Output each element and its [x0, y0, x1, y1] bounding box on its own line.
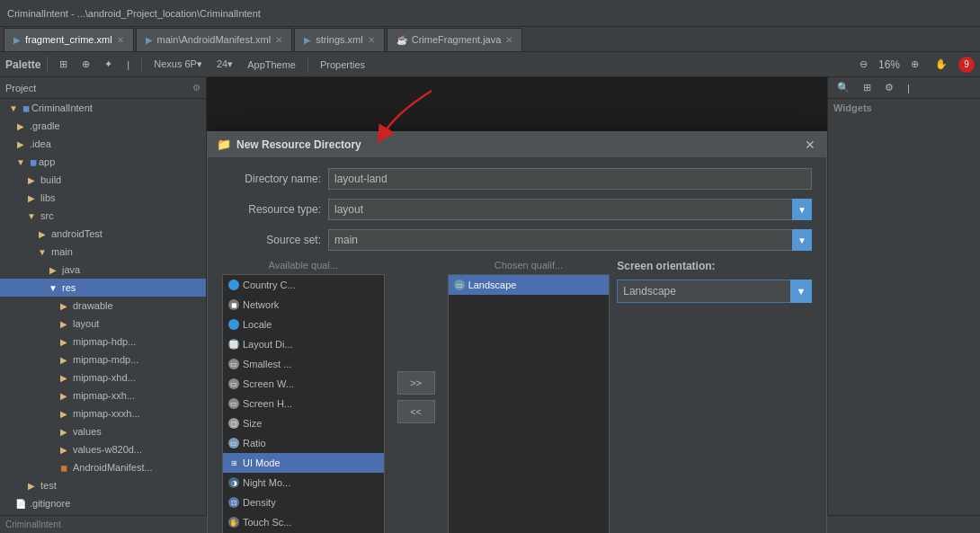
qual-item-ui-mode[interactable]: ⊞ UI Mode [223, 453, 384, 473]
qual-label: Screen H... [243, 398, 292, 409]
screen-orientation-label: Screen orientation: [617, 260, 812, 272]
qual-item-density[interactable]: ⊡ Density [223, 493, 384, 512]
zoom-in-btn[interactable]: ⊕ [905, 55, 924, 75]
tab-crimefragment[interactable]: ☕ CrimeFragment.java ✕ [387, 28, 523, 51]
folder-icon: ▶ [58, 371, 70, 384]
device-selector[interactable]: Nexus 6P▾ [148, 55, 208, 75]
tree-item-mipmap-xxh[interactable]: ▶ mipmap-xxh... [0, 386, 206, 404]
palette-gear-btn[interactable]: ⚙ [879, 78, 899, 98]
folder-icon: ▼ [14, 155, 27, 168]
tree-item-mipmap-mdp[interactable]: ▶ mipmap-mdp... [0, 351, 206, 369]
dialog-close-button[interactable]: ✕ [803, 138, 817, 152]
zoom-out-btn[interactable]: ⊖ [854, 55, 873, 75]
theme-selector[interactable]: AppTheme [242, 55, 301, 75]
source-set-select[interactable]: main test [328, 229, 812, 251]
tree-item-layout[interactable]: ▶ layout [0, 315, 206, 333]
tree-item-java[interactable]: ▶ java [0, 261, 206, 279]
dialog-overlay: 📁 New Resource Directory ✕ Directory nam… [207, 77, 827, 533]
tab-close-icon[interactable]: ✕ [368, 35, 375, 45]
module-icon: ◼ [30, 157, 37, 167]
api-selector[interactable]: 24▾ [211, 55, 238, 75]
directory-name-label: Directory name: [222, 173, 321, 185]
tab-close-icon[interactable]: ✕ [117, 35, 124, 45]
toolbar-icon-btn-1[interactable]: ⊞ [54, 55, 73, 75]
tree-item-drawable[interactable]: ▶ drawable [0, 297, 206, 315]
qual-item-night-mode[interactable]: ◑ Night Mo... [223, 473, 384, 493]
properties-btn[interactable]: Properties [315, 55, 370, 75]
screen-orientation-select[interactable]: Landscape Portrait [617, 280, 812, 303]
tree-item-values[interactable]: ▶ values [0, 422, 206, 440]
palette-toolbar: 🔍 ⊞ ⚙ | [828, 77, 980, 99]
dialog-title-text: New Resource Directory [236, 138, 361, 151]
tree-item-gradle[interactable]: ▶ .gradle [0, 117, 206, 135]
dialog-title-area: 📁 New Resource Directory [217, 138, 361, 151]
qual-item-ratio[interactable]: ▭ Ratio [223, 433, 384, 453]
toolbar-icon-btn-4[interactable]: | [121, 55, 135, 75]
tree-label: CriminalIntent [31, 102, 93, 113]
qual-item-touch[interactable]: ✋ Touch Sc... [223, 512, 384, 532]
directory-name-input[interactable] [328, 168, 812, 190]
folder-icon: ▼ [36, 245, 49, 258]
tree-item-src[interactable]: ▼ src [0, 207, 206, 225]
tree-item-main[interactable]: ▼ main [0, 243, 206, 261]
resource-type-select[interactable]: layout drawable values [328, 199, 812, 220]
panel-title: Project [5, 83, 36, 93]
toolbar-icon-btn-3[interactable]: ✦ [99, 55, 118, 75]
tab-strings[interactable]: ▶ strings.xml ✕ [294, 28, 385, 51]
qual-label: Layout Di... [243, 339, 293, 350]
qual-item-layout-dir[interactable]: ⬜ Layout Di... [223, 334, 384, 354]
chosen-qualifiers-header: Chosen qualif... [448, 260, 610, 271]
tree-item-mipmap-xhd[interactable]: ▶ mipmap-xhd... [0, 369, 206, 386]
tab-manifest[interactable]: ▶ main\AndroidManifest.xml ✕ [136, 28, 293, 51]
panel-settings-icon[interactable]: ⚙ [192, 83, 200, 93]
qual-item-size[interactable]: ◻ Size [223, 413, 384, 433]
tree-item-idea[interactable]: ▶ .idea [0, 135, 206, 153]
tree-item-values-w820d[interactable]: ▶ values-w820d... [0, 440, 206, 458]
chosen-item-landscape[interactable]: ▭ Landscape [449, 275, 610, 295]
locale-icon: 🌐 [228, 319, 239, 330]
qual-item-country[interactable]: 🌐 Country C... [223, 275, 384, 295]
tree-item-androidtest[interactable]: ▶ androidTest [0, 225, 206, 243]
palette-sort-btn[interactable]: ⊞ [858, 78, 877, 98]
folder-icon: ▶ [25, 479, 38, 492]
tree-item-mipmap-xxxh[interactable]: ▶ mipmap-xxxh... [0, 404, 206, 422]
tree-item-res[interactable]: ▼ res [0, 279, 206, 297]
folder-icon: ▶ [36, 227, 49, 240]
tree-item-androidmanifest[interactable]: ◼ AndroidManifest... [0, 458, 206, 476]
screen-orientation-section: Screen orientation: Landscape Portrait ▼ [617, 260, 812, 533]
extra-btn[interactable]: 9 [958, 57, 975, 73]
tree-item-mipmap-hdp[interactable]: ▶ mipmap-hdp... [0, 333, 206, 351]
remove-qualifier-button[interactable]: << [397, 400, 435, 423]
tab-close-icon[interactable]: ✕ [505, 35, 512, 45]
add-qualifier-button[interactable]: >> [397, 371, 435, 395]
tree-item-test[interactable]: ▶ test [0, 476, 206, 494]
tab-fragment-crime[interactable]: ▶ fragment_crime.xml ✕ [4, 28, 134, 51]
tree-label: drawable [73, 300, 113, 311]
palette-search-btn[interactable]: 🔍 [832, 78, 855, 98]
palette-expand-btn[interactable]: | [902, 78, 915, 98]
tree-item-build[interactable]: ▶ build [0, 171, 206, 189]
folder-icon: ▶ [58, 299, 70, 312]
qual-item-locale[interactable]: 🌐 Locale [223, 315, 384, 334]
tree-item-gitignore[interactable]: 📄 .gitignore [0, 494, 206, 512]
folder-icon: ▶ [58, 335, 70, 348]
available-qualifiers-list: 🌐 Country C... ◼ Network 🌐 [222, 274, 385, 533]
qual-item-smallest[interactable]: ▭ Smallest ... [223, 354, 384, 374]
folder-icon: ▶ [47, 263, 59, 276]
tree-item-app[interactable]: ▼ ◼ app [0, 153, 206, 171]
tree-label: .gradle [30, 120, 60, 131]
resource-type-select-wrapper: layout drawable values ▼ [328, 199, 812, 220]
ide-window: CriminalIntent - ...\android_Project_loc… [0, 0, 980, 533]
screen-h-icon: ▭ [228, 398, 239, 409]
tree-item-libs[interactable]: ▶ libs [0, 189, 206, 207]
qual-label: Ratio [243, 438, 266, 449]
tab-close-icon[interactable]: ✕ [275, 35, 282, 45]
pan-btn[interactable]: ✋ [930, 55, 953, 75]
qual-item-network[interactable]: ◼ Network [223, 295, 384, 315]
toolbar-icon-btn-2[interactable]: ⊕ [76, 55, 95, 75]
qual-item-screen-h[interactable]: ▭ Screen H... [223, 394, 384, 413]
directory-name-row: Directory name: [222, 168, 812, 190]
tree-item-criminalintent[interactable]: ▼ ◼ CriminalIntent [0, 99, 206, 117]
qual-label: Network [243, 299, 279, 310]
qual-item-screen-w[interactable]: ▭ Screen W... [223, 374, 384, 394]
